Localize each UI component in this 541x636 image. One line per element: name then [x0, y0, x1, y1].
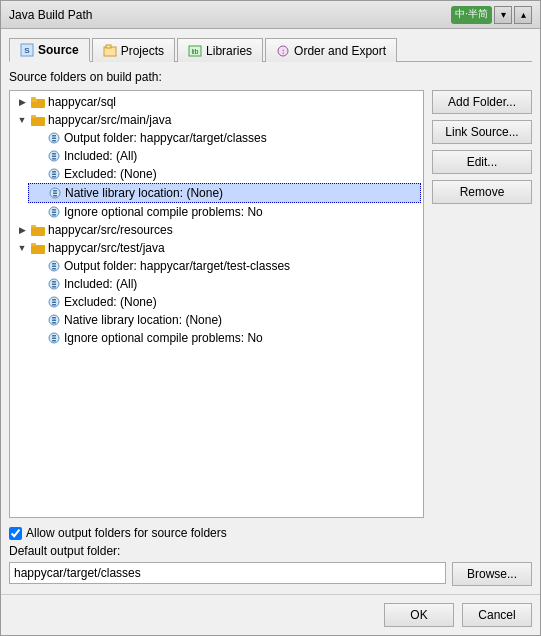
tree-label-9: Output folder: happycar/target/test-clas…	[64, 259, 290, 273]
tree-label-0: happycar/sql	[48, 95, 116, 109]
tab-order[interactable]: ↕ Order and Export	[265, 38, 397, 62]
svg-text:↕: ↕	[281, 47, 285, 56]
svg-rect-44	[52, 286, 56, 288]
tree-item-8[interactable]: ▼ happycar/src/test/java	[12, 239, 421, 257]
svg-rect-48	[52, 304, 56, 306]
checkbox-row: Allow output folders for source folders	[9, 526, 532, 540]
edit-button[interactable]: Edit...	[432, 150, 532, 174]
svg-rect-18	[52, 153, 56, 155]
folder-icon-7	[30, 222, 46, 238]
tree-item-4[interactable]: ▶ Excluded: (None)	[28, 165, 421, 183]
svg-rect-46	[52, 299, 56, 301]
settings-icon-12	[46, 312, 62, 328]
ok-button[interactable]: OK	[384, 603, 454, 627]
svg-rect-33	[31, 227, 45, 236]
svg-rect-20	[52, 158, 56, 160]
tab-libraries-label: Libraries	[206, 44, 252, 58]
svg-rect-15	[52, 138, 56, 140]
settings-icon-11	[46, 294, 62, 310]
tree-item-10[interactable]: ▶ Included: (All)	[28, 275, 421, 293]
link-source-button[interactable]: Link Source...	[432, 120, 532, 144]
svg-rect-56	[52, 340, 56, 342]
tab-source-label: Source	[38, 43, 79, 57]
dialog-content: S Source Projects lib	[1, 29, 540, 594]
tree-item-7[interactable]: ▶ happycar/src/resources	[12, 221, 421, 239]
allow-output-label[interactable]: Allow output folders for source folders	[26, 526, 227, 540]
tab-source[interactable]: S Source	[9, 38, 90, 62]
settings-icon-9	[46, 258, 62, 274]
cancel-button[interactable]: Cancel	[462, 603, 532, 627]
tree-label-12: Native library location: (None)	[64, 313, 222, 327]
settings-icon-13	[46, 330, 62, 346]
svg-rect-52	[52, 322, 56, 324]
svg-rect-39	[52, 266, 56, 268]
tree-area[interactable]: ▶ happycar/sql ▼	[9, 90, 424, 518]
minimize-button[interactable]: ▾	[494, 6, 512, 24]
svg-rect-50	[52, 317, 56, 319]
tree-item-11[interactable]: ▶ Excluded: (None)	[28, 293, 421, 311]
tree-label-4: Excluded: (None)	[64, 167, 157, 181]
svg-rect-38	[52, 263, 56, 265]
tree-item-3[interactable]: ▶ Included: (All)	[28, 147, 421, 165]
allow-output-checkbox[interactable]	[9, 527, 22, 540]
svg-rect-24	[52, 176, 56, 178]
tree-item-2[interactable]: ▶ Output folder: happycar/target/classes	[28, 129, 421, 147]
folder-icon-1	[30, 112, 46, 128]
output-folder-label: Default output folder:	[9, 544, 532, 558]
svg-rect-31	[52, 212, 56, 214]
buttons-area: Add Folder... Link Source... Edit... Rem…	[432, 90, 532, 518]
svg-rect-30	[52, 209, 56, 211]
svg-rect-54	[52, 335, 56, 337]
tab-projects-label: Projects	[121, 44, 164, 58]
svg-rect-22	[52, 171, 56, 173]
logo-badge: 中·半简	[451, 6, 492, 24]
svg-rect-35	[31, 245, 45, 254]
svg-rect-36	[31, 243, 36, 246]
tree-item-6[interactable]: ▶ Ignore optional compile problems: No	[28, 203, 421, 221]
tree-label-8: happycar/src/test/java	[48, 241, 165, 255]
dialog-title: Java Build Path	[9, 8, 92, 22]
tab-projects[interactable]: Projects	[92, 38, 175, 62]
svg-rect-14	[52, 135, 56, 137]
arrow-8[interactable]: ▼	[14, 240, 30, 256]
tree-label-11: Excluded: (None)	[64, 295, 157, 309]
output-row: Browse...	[9, 562, 532, 586]
java-build-path-dialog: Java Build Path 中·半简 ▾ ▴ S Source	[0, 0, 541, 636]
tree-item-12[interactable]: ▶ Native library location: (None)	[28, 311, 421, 329]
tab-order-label: Order and Export	[294, 44, 386, 58]
tree-label-7: happycar/src/resources	[48, 223, 173, 237]
browse-button[interactable]: Browse...	[452, 562, 532, 586]
add-folder-button[interactable]: Add Folder...	[432, 90, 532, 114]
tree-label-6: Ignore optional compile problems: No	[64, 205, 263, 219]
arrow-0[interactable]: ▶	[14, 94, 30, 110]
projects-tab-icon	[103, 44, 117, 58]
svg-rect-40	[52, 268, 56, 270]
tree-item-9[interactable]: ▶ Output folder: happycar/target/test-cl…	[28, 257, 421, 275]
order-tab-icon: ↕	[276, 44, 290, 58]
tree-item-5[interactable]: ▶ Native library location: (None)	[28, 183, 421, 203]
settings-icon-2	[46, 130, 62, 146]
arrow-1[interactable]: ▼	[14, 112, 30, 128]
main-area: ▶ happycar/sql ▼	[9, 90, 532, 518]
tree-item-1[interactable]: ▼ happycar/src/main/java	[12, 111, 421, 129]
svg-rect-55	[52, 338, 56, 340]
tree-item-0[interactable]: ▶ happycar/sql	[12, 93, 421, 111]
tree-label-3: Included: (All)	[64, 149, 137, 163]
svg-rect-11	[31, 117, 45, 126]
folder-icon-0	[30, 94, 46, 110]
svg-rect-27	[53, 193, 57, 195]
maximize-button[interactable]: ▴	[514, 6, 532, 24]
tree-item-13[interactable]: ▶ Ignore optional compile problems: No	[28, 329, 421, 347]
section-label: Source folders on build path:	[9, 70, 532, 84]
settings-icon-6	[46, 204, 62, 220]
folder-icon-8	[30, 240, 46, 256]
dialog-buttons: OK Cancel	[1, 594, 540, 635]
svg-rect-26	[53, 190, 57, 192]
tab-libraries[interactable]: lib Libraries	[177, 38, 263, 62]
tree-label-2: Output folder: happycar/target/classes	[64, 131, 267, 145]
arrow-7[interactable]: ▶	[14, 222, 30, 238]
output-folder-input[interactable]	[9, 562, 446, 584]
tree-label-5: Native library location: (None)	[65, 186, 223, 200]
svg-rect-10	[31, 97, 36, 100]
remove-button[interactable]: Remove	[432, 180, 532, 204]
